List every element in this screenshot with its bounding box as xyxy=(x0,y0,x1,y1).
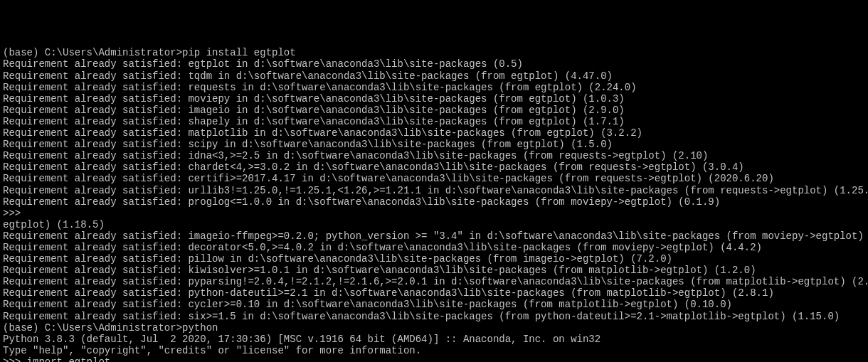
terminal-line: Requirement already satisfied: decorator… xyxy=(3,242,865,253)
terminal-line: Requirement already satisfied: certifi>=… xyxy=(3,173,865,184)
terminal-line: Requirement already satisfied: pyparsing… xyxy=(3,276,865,287)
terminal-line: Requirement already satisfied: imageio i… xyxy=(3,105,865,116)
terminal-line: Requirement already satisfied: pillow in… xyxy=(3,253,865,265)
terminal-line: Requirement already satisfied: moviepy i… xyxy=(3,93,865,105)
terminal-line: Type "help", "copyright", "credits" or "… xyxy=(3,345,865,356)
terminal-line: Requirement already satisfied: chardet<4… xyxy=(3,161,865,173)
terminal-line: Requirement already satisfied: requests … xyxy=(3,82,865,93)
terminal-line: Requirement already satisfied: matplotli… xyxy=(3,127,865,139)
terminal-line: >>> xyxy=(3,208,865,219)
terminal-line: Requirement already satisfied: proglog<=… xyxy=(3,196,865,208)
terminal-line: Requirement already satisfied: idna<3,>=… xyxy=(3,150,865,161)
terminal-line: Requirement already satisfied: shapely i… xyxy=(3,116,865,127)
terminal-line: Requirement already satisfied: cycler>=0… xyxy=(3,299,865,310)
terminal-line: Requirement already satisfied: urllib3!=… xyxy=(3,185,865,196)
terminal-line: (base) C:\Users\Administrator>pip instal… xyxy=(3,47,865,58)
terminal-line: Requirement already satisfied: imageio-f… xyxy=(3,230,865,242)
terminal-line: egtplot) (1.18.5) xyxy=(3,219,865,230)
terminal-line: >>> import egtplot xyxy=(3,356,865,362)
terminal-line: Requirement already satisfied: egtplot i… xyxy=(3,58,865,70)
terminal-line: Requirement already satisfied: kiwisolve… xyxy=(3,265,865,276)
terminal-line: Requirement already satisfied: scipy in … xyxy=(3,139,865,150)
terminal-line: Python 3.8.3 (default, Jul 2 2020, 17:30… xyxy=(3,334,865,345)
terminal-line: Requirement already satisfied: python-da… xyxy=(3,287,865,299)
terminal-output[interactable]: (base) C:\Users\Administrator>pip instal… xyxy=(3,47,865,362)
terminal-line: (base) C:\Users\Administrator>python xyxy=(3,322,865,334)
terminal-line: Requirement already satisfied: tqdm in d… xyxy=(3,70,865,82)
terminal-line: Requirement already satisfied: six>=1.5 … xyxy=(3,311,865,322)
